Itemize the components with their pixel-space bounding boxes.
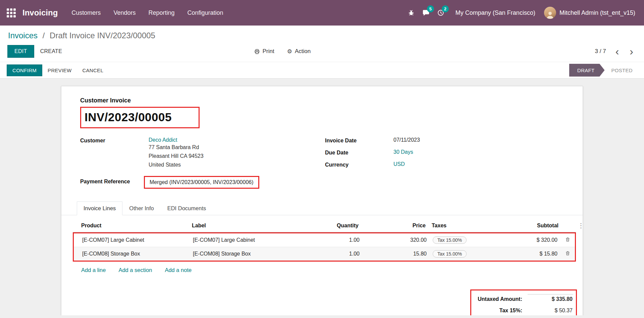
top-navbar: Invoicing Customers Vendors Reporting Co… — [0, 0, 644, 26]
gear-icon: ⚙ — [287, 48, 292, 55]
address-line-1: 77 Santa Barbara Rd — [149, 143, 204, 152]
tab-other-info[interactable]: Other Info — [122, 201, 160, 215]
add-a-note-link[interactable]: Add a note — [165, 267, 192, 273]
column-header-subtotal: Subtotal — [522, 219, 561, 232]
app-name[interactable]: Invoicing — [22, 8, 58, 17]
cell-quantity: 1.00 — [299, 234, 362, 246]
annotation-box-payment-reference: Merged (INV/2023/00005, INV/2023/00006) — [144, 176, 259, 189]
avatar — [544, 7, 556, 19]
trash-icon[interactable] — [565, 251, 570, 256]
tax-value: $ 50.37 — [528, 306, 573, 315]
invoice-lines-table: Product Label Quantity Price Taxes Subto… — [73, 219, 576, 262]
cell-price: 320.00 — [362, 234, 429, 246]
invoice-line-row-1[interactable]: [E-COM07] Large Cabinet [E-COM07] Large … — [74, 233, 575, 247]
column-options-icon[interactable]: ⋮ — [578, 222, 584, 229]
navbar-systray: 5 2 My Company (San Francisco) Mitchell … — [404, 5, 635, 20]
printer-icon — [254, 49, 260, 54]
breadcrumb: Invoices / Draft Invoice INV/2023/00005 — [0, 26, 644, 42]
company-switcher[interactable]: My Company (San Francisco) — [455, 9, 535, 16]
due-date-value[interactable]: 30 Days — [393, 149, 413, 155]
payment-reference-label: Payment Reference — [80, 174, 149, 189]
add-a-line-link[interactable]: Add a line — [81, 267, 106, 273]
address-line-3: United States — [149, 161, 204, 169]
currency-value[interactable]: USD — [393, 161, 405, 167]
debug-bug-icon[interactable] — [404, 5, 419, 20]
cell-label: [E-COM08] Storage Box — [184, 248, 299, 260]
chevron-left-icon[interactable]: ‹ — [614, 48, 621, 55]
address-line-2: Pleasant Hill CA 94523 — [149, 152, 204, 161]
table-header-row: Product Label Quantity Price Taxes Subto… — [73, 219, 576, 232]
column-header-label: Label — [183, 219, 298, 232]
annotation-box-invoice-number: INV/2023/00005 — [80, 107, 200, 128]
column-header-quantity: Quantity — [298, 219, 361, 232]
action-label: Action — [295, 48, 311, 55]
menu-configuration[interactable]: Configuration — [181, 0, 229, 26]
messages-badge: 5 — [427, 5, 434, 12]
invoice-number: INV/2023/00005 — [85, 110, 172, 124]
customer-label: Customer — [80, 137, 149, 169]
status-widget: DRAFT POSTED — [569, 64, 639, 77]
breadcrumb-invoices-link[interactable]: Invoices — [8, 31, 38, 40]
pager-value[interactable]: 3 / 7 — [595, 48, 606, 55]
create-button[interactable]: CREATE — [34, 45, 68, 57]
print-label: Print — [263, 48, 274, 55]
cell-subtotal: $ 320.00 — [523, 234, 560, 246]
annotation-box-totals: Untaxed Amount: $ 335.80 Tax 15%: $ 50.3… — [470, 289, 577, 315]
confirm-button[interactable]: CONFIRM — [7, 64, 42, 76]
line-actions: Add a line Add a section Add a note — [81, 267, 583, 273]
state-posted[interactable]: POSTED — [605, 64, 639, 77]
tab-edi-documents[interactable]: EDI Documents — [161, 201, 213, 215]
cell-price: 15.80 — [362, 248, 429, 260]
breadcrumb-current: Draft Invoice INV/2023/00005 — [50, 31, 155, 40]
chevron-right-icon[interactable]: › — [628, 48, 635, 55]
messages-icon[interactable]: 5 — [419, 5, 433, 20]
invoice-date-value: 07/11/2023 — [393, 137, 420, 144]
customer-link[interactable]: Deco Addict — [149, 137, 177, 143]
payment-reference-value: Merged (INV/2023/00005, INV/2023/00006) — [150, 179, 254, 185]
cell-product: [E-COM08] Storage Box — [74, 248, 184, 260]
statusbar: CONFIRM PREVIEW CANCEL DRAFT POSTED — [0, 62, 644, 79]
invoice-line-row-2[interactable]: [E-COM08] Storage Box [E-COM08] Storage … — [74, 247, 575, 261]
breadcrumb-separator: / — [43, 31, 45, 40]
state-draft[interactable]: DRAFT — [569, 64, 605, 77]
currency-label: Currency — [325, 161, 393, 168]
add-a-section-link[interactable]: Add a section — [118, 267, 152, 273]
activities-badge: 2 — [442, 5, 449, 12]
apps-menu-icon[interactable] — [7, 8, 16, 17]
notebook-tabs: Invoice Lines Other Info EDI Documents — [61, 201, 583, 215]
tax-pill: Tax 15.00% — [433, 250, 467, 258]
pager: 3 / 7 ‹ › — [595, 48, 635, 55]
preview-button[interactable]: PREVIEW — [42, 65, 77, 76]
print-menu[interactable]: Print — [254, 48, 274, 55]
main-menu: Customers Vendors Reporting Configuratio… — [65, 0, 229, 26]
cell-quantity: 1.00 — [299, 248, 362, 260]
invoice-date-label: Invoice Date — [325, 137, 393, 144]
untaxed-amount-value: $ 335.80 — [528, 294, 573, 304]
menu-vendors[interactable]: Vendors — [107, 0, 142, 26]
activities-clock-icon[interactable]: 2 — [433, 5, 448, 20]
column-header-price: Price — [361, 219, 428, 232]
cell-product: [E-COM07] Large Cabinet — [74, 234, 184, 246]
user-name: Mitchell Admin (tst_ent_v15) — [559, 9, 635, 16]
trash-icon[interactable] — [565, 237, 570, 242]
due-date-label: Due Date — [325, 149, 393, 156]
edit-button[interactable]: EDIT — [7, 45, 34, 58]
annotation-box-invoice-lines: [E-COM07] Large Cabinet [E-COM07] Large … — [73, 232, 576, 262]
cell-subtotal: $ 15.80 — [523, 248, 560, 260]
column-header-product: Product — [73, 219, 183, 232]
cancel-button[interactable]: CANCEL — [77, 65, 109, 76]
invoice-fields: Customer Deco Addict 77 Santa Barbara Rd… — [80, 137, 564, 193]
cell-label: [E-COM07] Large Cabinet — [184, 234, 299, 246]
document-type-label: Customer Invoice — [80, 97, 564, 104]
action-menu[interactable]: ⚙ Action — [287, 48, 311, 55]
tab-invoice-lines[interactable]: Invoice Lines — [77, 201, 122, 215]
control-panel-actions: Print ⚙ Action — [254, 48, 311, 55]
menu-customers[interactable]: Customers — [65, 0, 107, 26]
column-header-taxes: Taxes — [428, 219, 522, 232]
menu-reporting[interactable]: Reporting — [142, 0, 181, 26]
user-menu[interactable]: Mitchell Admin (tst_ent_v15) — [544, 7, 635, 19]
untaxed-amount-label: Untaxed Amount: — [474, 296, 528, 302]
tax-label: Tax 15%: — [474, 308, 528, 314]
control-panel: EDIT CREATE Print ⚙ Action 3 / 7 ‹ › — [0, 42, 644, 62]
invoice-sheet: Customer Invoice INV/2023/00005 Customer… — [61, 86, 583, 315]
